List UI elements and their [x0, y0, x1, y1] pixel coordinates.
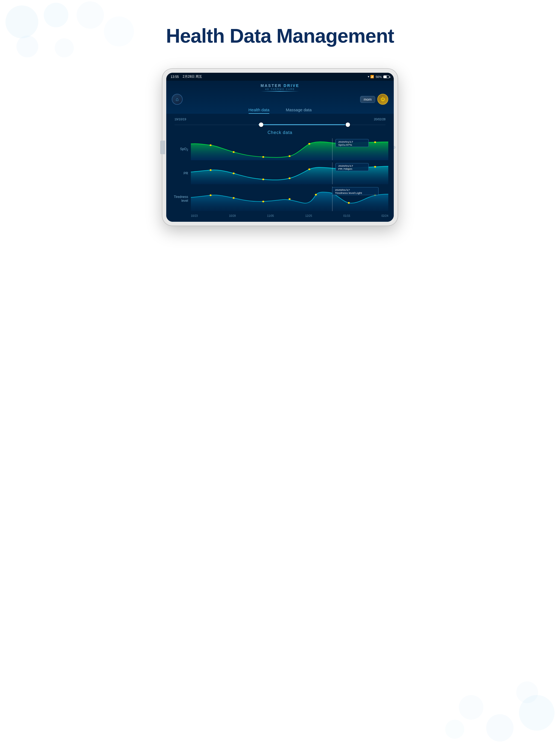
- svg-point-11: [210, 169, 212, 171]
- svg-point-0: [210, 145, 212, 146]
- svg-text:2020/01/17: 2020/01/17: [338, 164, 353, 168]
- volume-button: [160, 140, 165, 154]
- tablet-frame: 13:55 2月28日 周五 ▾ 📶 56% MASTER DRIVE: [162, 69, 398, 226]
- svg-point-26: [315, 194, 317, 196]
- user-button[interactable]: mom: [360, 96, 375, 103]
- slider-thumb-right[interactable]: [346, 123, 350, 127]
- logo-underline: [261, 91, 299, 92]
- battery-percent: 56%: [376, 75, 382, 78]
- app-content: 19/10/19 20/02/28 Check data: [166, 114, 394, 222]
- user-power-controls: mom ⏻: [360, 94, 388, 105]
- svg-text:2020/01/17: 2020/01/17: [338, 140, 353, 143]
- svg-text:2020/01/17: 2020/01/17: [335, 189, 350, 191]
- svg-point-24: [262, 201, 264, 202]
- pr-chart-row: PR: [172, 162, 388, 184]
- charts-container: SpO2: [172, 138, 388, 213]
- status-date: 2月28日 周五: [183, 74, 202, 79]
- svg-point-17: [374, 166, 376, 168]
- app-logo-sub: 4D THERMO CARE: [172, 88, 388, 91]
- svg-text:Tiredness level:Light: Tiredness level:Light: [335, 192, 362, 195]
- status-bar: 13:55 2月28日 周五 ▾ 📶 56%: [166, 73, 394, 81]
- svg-point-14: [288, 177, 290, 179]
- pr-label: PR: [172, 162, 191, 184]
- app-header: MASTER DRIVE 4D THERMO CARE ⌂ mom ⏻: [166, 81, 394, 114]
- date-start: 19/10/19: [175, 118, 186, 121]
- date-slider[interactable]: [172, 122, 388, 127]
- svg-point-3: [288, 155, 290, 157]
- svg-point-22: [210, 195, 212, 196]
- page-wrapper: Health Data Management 13:55 2月28日 周五 ▾ …: [0, 0, 560, 248]
- status-icons: ▾ 📶 56%: [368, 75, 389, 78]
- svg-text:SpO₂:97%: SpO₂:97%: [338, 144, 352, 146]
- tiredness-label: Tiredness level: [172, 186, 191, 211]
- tiredness-chart: 2020/01/17 Tiredness level:Light: [191, 186, 388, 211]
- svg-point-12: [233, 173, 235, 174]
- header-controls: ⌂ mom ⏻: [172, 94, 388, 105]
- x-label-1: 10/28: [229, 214, 236, 217]
- date-end: 20/02/28: [374, 118, 385, 121]
- spo2-chart-row: SpO2: [172, 138, 388, 160]
- x-axis: 10/23 10/28 11/05 12/25 01/15 02/24: [172, 214, 388, 217]
- spo2-label: SpO2: [172, 138, 191, 160]
- spo2-chart: 2020/01/17 SpO₂:97%: [191, 138, 388, 160]
- wifi-icon: ▾ 📶: [368, 75, 374, 78]
- svg-point-4: [308, 143, 310, 145]
- page-title: Health Data Management: [166, 25, 394, 47]
- slider-fill: [258, 124, 345, 125]
- power-icon: ⏻: [381, 97, 385, 102]
- app-logo-text: MASTER DRIVE: [172, 83, 388, 88]
- x-label-5: 02/24: [381, 214, 388, 217]
- pr-svg: 2020/01/17 PR:70bpm: [191, 162, 388, 184]
- svg-point-27: [348, 202, 350, 204]
- home-button[interactable]: ⌂: [172, 94, 183, 105]
- svg-point-1: [233, 151, 235, 153]
- home-icon: ⌂: [176, 97, 179, 102]
- svg-point-6: [374, 141, 376, 143]
- tiredness-chart-row: Tiredness level: [172, 186, 388, 211]
- app-logo: MASTER DRIVE 4D THERMO CARE: [172, 83, 388, 92]
- x-label-3: 12/25: [305, 214, 312, 217]
- spo2-svg: 2020/01/17 SpO₂:97%: [191, 138, 388, 160]
- power-button[interactable]: ⏻: [377, 94, 388, 105]
- svg-text:PR:70bpm: PR:70bpm: [338, 168, 352, 170]
- x-label-2: 11/05: [267, 214, 274, 217]
- tab-bar: Health data Massage data: [172, 107, 388, 114]
- battery-icon: [383, 75, 389, 78]
- svg-point-23: [233, 197, 235, 199]
- svg-point-15: [308, 169, 310, 170]
- pr-chart: 2020/01/17 PR:70bpm: [191, 162, 388, 184]
- tablet-screen: 13:55 2月28日 周五 ▾ 📶 56% MASTER DRIVE: [166, 73, 394, 222]
- svg-point-25: [288, 198, 290, 200]
- tab-health-data[interactable]: Health data: [249, 107, 270, 114]
- check-data-label: Check data: [172, 130, 388, 135]
- slider-thumb-left[interactable]: [259, 123, 263, 127]
- svg-point-13: [262, 179, 264, 180]
- x-label-4: 01/15: [343, 214, 350, 217]
- tiredness-svg: 2020/01/17 Tiredness level:Light: [191, 186, 388, 211]
- date-range: 19/10/19 20/02/28: [172, 118, 388, 121]
- x-label-0: 10/23: [191, 214, 198, 217]
- svg-point-2: [262, 156, 264, 158]
- tab-massage-data[interactable]: Massage data: [286, 107, 311, 114]
- status-time: 13:55: [171, 75, 179, 79]
